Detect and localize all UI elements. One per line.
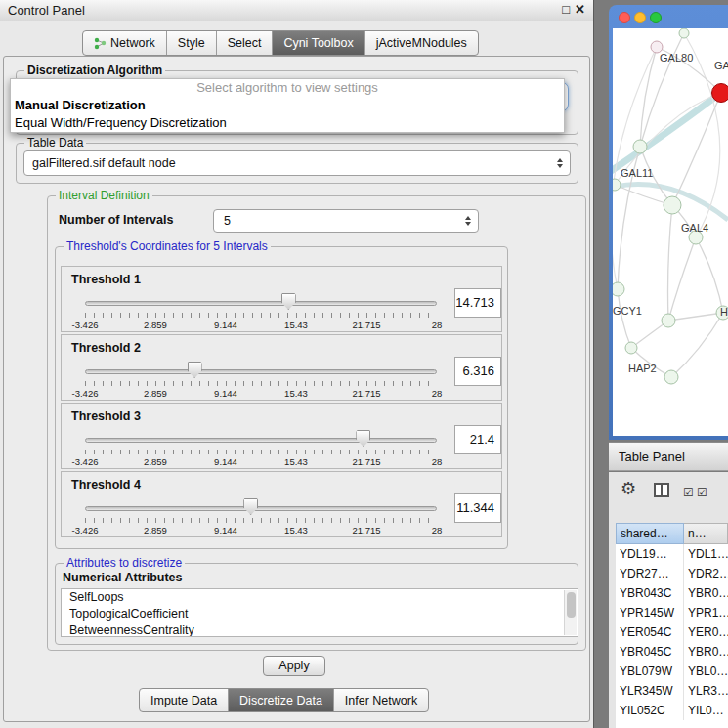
minimize-button[interactable] [634,12,646,23]
slider-ticks [85,313,437,318]
zoom-button[interactable] [650,12,662,23]
scale-label: 9.144 [214,525,237,535]
node-label: GAL11 [621,167,653,179]
table-data-combobox[interactable]: galFiltered.sif default node [23,150,571,176]
threshold-3-value-field[interactable]: 21.4 [454,425,501,454]
top-tab-bar: Network Style Select Cyni Toolbox jActiv… [82,30,479,56]
window-title: Control Panel [8,3,85,18]
threshold-panel-4: Threshold 4 -3.426 2.859 9.144 15.43 21.… [61,471,502,537]
scale-label: 15.43 [284,525,308,535]
scale-label: 21.715 [352,388,380,399]
discretization-algorithm-group-title: Discretization Algorithm [24,64,165,77]
tab-infer-network[interactable]: Infer Network [333,689,428,711]
table-row[interactable]: YDL19…YDL1… [616,544,728,564]
desktop: Control Panel □ ✕ Network Styl [0,0,728,728]
tab-label: Style [178,36,205,50]
table-row[interactable]: YLR345WYLR3… [616,681,728,701]
node-table: shared… n… YDL19…YDL1… YDR27…YDR2… YBR04… [616,523,728,728]
threshold-4-value-field[interactable]: 11.344 [454,493,501,523]
spinner-stepper-icon [465,216,471,226]
tab-discretize-data[interactable]: Discretize Data [228,689,333,711]
threshold-3-slider[interactable]: -3.426 2.859 9.144 15.43 21.715 28 [85,429,437,468]
threshold-panel-3: Threshold 3 -3.426 2.859 9.144 15.43 21.… [61,403,502,469]
tab-select[interactable]: Select [216,31,273,55]
thresholds-group-title: Threshold's Coordinates for 5 Intervals [64,239,271,253]
slider-track [85,438,437,443]
column-header-name[interactable]: n… [684,523,728,544]
tab-label: Discretize Data [239,694,322,707]
slider-ticks [85,381,437,386]
list-item[interactable]: TopologicalCoefficient [62,606,578,622]
cell: YLR345W [616,681,684,701]
column-header-shared-name[interactable]: shared… [616,523,684,544]
slider-thumb[interactable] [243,498,258,515]
tab-network[interactable]: Network [83,31,166,55]
tab-jactivemnodules[interactable]: jActiveMNodules [364,31,478,55]
scale-label: 15.43 [284,388,308,399]
scale-label: 28 [432,388,443,399]
list-item[interactable]: BetweennessCentrality [62,622,578,637]
scale-label: 15.43 [284,456,308,467]
close-window-button[interactable]: ✕ [575,2,585,17]
slider-thumb[interactable] [281,293,296,310]
threshold-1-value-field[interactable]: 14.713 [454,288,501,318]
table-row[interactable]: YDR27…YDR2… [616,564,728,583]
table-row[interactable]: YPR145WYPR1… [616,603,728,622]
threshold-2-slider[interactable]: -3.426 2.859 9.144 15.43 21.715 28 [85,361,437,400]
number-of-intervals-value: 5 [224,210,231,232]
threshold-label: Threshold 1 [71,273,141,286]
cell: YPR1… [684,603,728,622]
threshold-2-value-field[interactable]: 6.316 [454,357,501,386]
interval-definition-group-title: Interval Definition [56,189,152,202]
cell: YBR0… [684,583,728,603]
tab-label: Select [228,36,262,50]
node-label: HAP2 [628,363,657,374]
tab-impute-data[interactable]: Impute Data [140,689,228,711]
dropdown-option-equal-width-frequency[interactable]: Equal Width/Frequency Discretization [11,114,564,132]
slider-thumb[interactable] [188,362,202,378]
float-window-button[interactable]: □ [562,2,570,17]
number-of-intervals-spinner[interactable]: 5 [213,209,479,233]
network-node-red[interactable] [712,84,728,103]
threshold-label: Threshold 2 [71,341,141,355]
tab-cyni-toolbox[interactable]: Cyni Toolbox [272,31,364,55]
apply-button[interactable]: Apply [263,656,325,676]
threshold-label: Threshold 3 [71,409,141,423]
table-row[interactable]: YBR045CYBR0… [616,642,728,662]
cell: YLR3… [684,681,728,701]
cell: YBR0… [684,642,728,662]
network-canvas[interactable]: GAL80 GA GAL11 GAL4 GCY1 HAP2 H [613,28,728,436]
attributes-group-title: Attributes to discretize [64,556,185,570]
cell: YBL079W [616,662,684,681]
dropdown-option-manual-discretization[interactable]: Manual Discretization [11,97,564,114]
numerical-attributes-list[interactable]: SelfLoops TopologicalCoefficient Between… [61,588,578,637]
threshold-1-slider[interactable]: -3.426 2.859 9.144 15.43 21.715 28 [85,292,437,331]
scale-label: 9.144 [214,320,237,330]
tab-style[interactable]: Style [166,31,216,55]
scale-label: 2.859 [144,456,167,467]
table-row[interactable]: YBL079WYBL0… [616,662,728,681]
columns-icon[interactable] [654,483,669,497]
table-row[interactable]: YER054CYER0… [616,622,728,642]
close-button[interactable] [619,12,630,23]
table-row[interactable]: YIL052CYIL0… [616,701,728,720]
slider-thumb[interactable] [356,430,370,447]
table-row[interactable]: YBR043CYBR0… [616,583,728,603]
slider-scale: -3.426 2.859 9.144 15.43 21.715 28 [85,388,437,400]
scale-label: -3.426 [72,525,99,535]
checkbox-icon[interactable] [697,486,707,499]
gear-icon[interactable] [621,478,636,499]
slider-track [85,301,437,306]
cell: YER0… [684,622,728,642]
scale-label: 2.859 [144,320,167,330]
list-scrollbar[interactable] [564,590,577,635]
list-item[interactable]: SelfLoops [62,589,578,606]
scrollbar-thumb[interactable] [567,592,576,618]
threshold-panel-2: Threshold 2 -3.426 2.859 9.144 15.43 21.… [61,334,502,401]
slider-scale: -3.426 2.859 9.144 15.43 21.715 28 [85,320,437,331]
slider-scale: -3.426 2.859 9.144 15.43 21.715 28 [85,525,437,536]
checkbox-icon[interactable] [683,486,694,499]
threshold-4-slider[interactable]: -3.426 2.859 9.144 15.43 21.715 28 [85,497,437,536]
cell: YPR145W [616,603,684,622]
cell: YER054C [616,622,684,642]
